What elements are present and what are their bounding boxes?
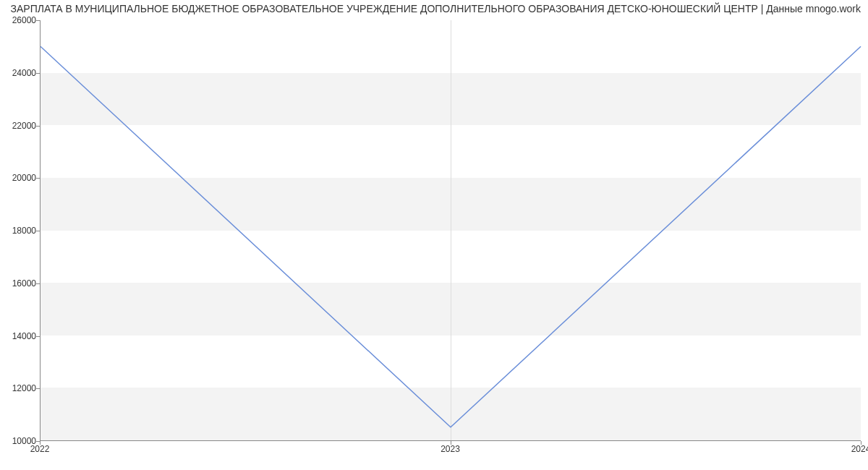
y-tick-mark <box>36 178 40 179</box>
y-tick-mark <box>36 73 40 74</box>
y-tick-label: 14000 <box>4 331 36 341</box>
y-tick-label: 24000 <box>4 68 36 78</box>
x-tick-label: 2022 <box>30 444 50 454</box>
y-tick-label: 26000 <box>4 15 36 25</box>
y-tick-mark <box>36 231 40 231</box>
y-tick-mark <box>36 336 40 337</box>
y-tick-label: 12000 <box>4 383 36 393</box>
chart-title: ЗАРПЛАТА В МУНИЦИПАЛЬНОЕ БЮДЖЕТНОЕ ОБРАЗ… <box>7 3 861 14</box>
x-tick-label: 2023 <box>441 444 460 454</box>
y-tick-label: 22000 <box>4 121 36 131</box>
chart-container: ЗАРПЛАТА В МУНИЦИПАЛЬНОЕ БЮДЖЕТНОЕ ОБРАЗ… <box>0 0 868 470</box>
y-tick-mark <box>36 283 40 284</box>
x-tick-mark <box>861 441 861 445</box>
plot-area <box>40 20 861 441</box>
y-tick-label: 20000 <box>4 173 36 183</box>
x-tick-mark <box>451 441 451 445</box>
y-tick-mark <box>36 20 40 21</box>
y-tick-mark <box>36 126 40 127</box>
y-tick-label: 16000 <box>4 278 36 289</box>
y-tick-label: 18000 <box>4 226 36 236</box>
chart-line <box>41 20 861 440</box>
x-tick-label: 2024 <box>851 444 868 454</box>
y-tick-mark <box>36 388 40 389</box>
x-tick-mark <box>40 441 41 445</box>
